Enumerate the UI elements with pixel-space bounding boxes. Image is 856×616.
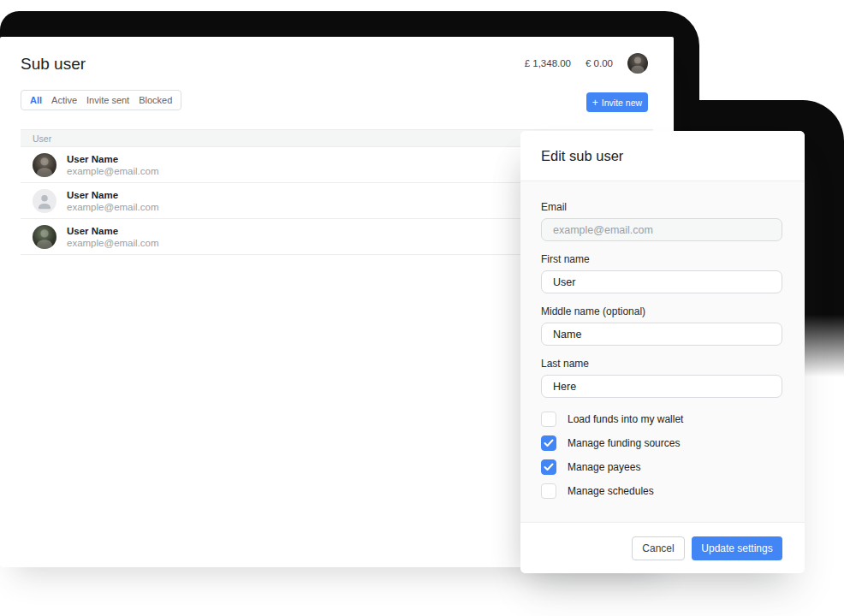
modal-header: Edit sub user (520, 131, 805, 181)
balance-gbp: £ 1,348.00 (525, 58, 571, 68)
person-icon (33, 153, 56, 177)
email-label: Email (541, 201, 784, 213)
first-name-label: First name (541, 253, 784, 265)
user-name: User Name (67, 154, 159, 164)
user-name: User Name (67, 190, 159, 200)
middle-name-label: Middle name (optional) (541, 305, 784, 317)
table-header-user: User (33, 133, 51, 144)
checkbox-load-funds[interactable]: Load funds into my wallet (541, 412, 784, 427)
edit-sub-user-modal: Edit sub user Email First name Middle na… (520, 131, 805, 573)
checkbox-manage-funding-sources[interactable]: Manage funding sources (541, 435, 784, 451)
tab-invite-sent[interactable]: Invite sent (86, 95, 129, 105)
email-field-group: Email (541, 201, 784, 241)
balance-eur: € 0.00 (586, 58, 613, 68)
checkbox-icon[interactable] (541, 412, 556, 427)
person-icon (33, 189, 56, 213)
tab-active[interactable]: Active (51, 95, 77, 105)
user-name: User Name (67, 226, 159, 236)
user-avatar-placeholder (33, 189, 56, 213)
checkbox-label: Load funds into my wallet (568, 413, 683, 425)
page-title: Sub user (21, 55, 86, 74)
screenshot-root: Sub user £ 1,348.00 € 0.00 All Active In… (0, 0, 856, 616)
modal-footer: Cancel Update settings (520, 522, 805, 573)
invite-new-label: Invite new (602, 98, 642, 108)
tab-blocked[interactable]: Blocked (139, 95, 172, 105)
checkbox-label: Manage schedules (568, 485, 654, 497)
person-icon (33, 225, 56, 249)
user-avatar (33, 225, 56, 249)
profile-avatar[interactable] (627, 53, 648, 74)
last-name-field-group: Last name (541, 358, 784, 398)
balance-summary: £ 1,348.00 € 0.00 (525, 53, 648, 74)
checkbox-icon[interactable] (541, 483, 556, 499)
email-field[interactable] (541, 218, 782, 241)
checkbox-label: Manage payees (568, 461, 640, 473)
modal-body: Email First name Middle name (optional) … (520, 181, 805, 522)
plus-icon: + (592, 98, 598, 108)
modal-title: Edit sub user (541, 148, 623, 164)
checkbox-manage-payees[interactable]: Manage payees (541, 459, 784, 475)
user-email: example@email.com (67, 202, 159, 212)
first-name-field-group: First name (541, 253, 784, 293)
tab-all[interactable]: All (30, 95, 42, 105)
last-name-field[interactable] (541, 375, 782, 398)
person-icon (627, 53, 648, 74)
check-icon (544, 439, 554, 447)
check-icon (544, 463, 554, 471)
last-name-label: Last name (541, 358, 784, 370)
permission-checkboxes: Load funds into my wallet Manage funding… (541, 412, 784, 499)
user-email: example@email.com (67, 238, 159, 248)
checkbox-icon[interactable] (541, 459, 556, 475)
checkbox-manage-schedules[interactable]: Manage schedules (541, 483, 784, 499)
checkbox-icon[interactable] (541, 435, 556, 451)
user-email: example@email.com (67, 166, 159, 176)
filter-tabs: All Active Invite sent Blocked (21, 90, 181, 110)
middle-name-field-group: Middle name (optional) (541, 305, 784, 346)
update-settings-button[interactable]: Update settings (692, 536, 782, 560)
checkbox-label: Manage funding sources (568, 437, 680, 449)
user-avatar (33, 153, 56, 177)
first-name-field[interactable] (541, 270, 782, 293)
middle-name-field[interactable] (541, 323, 782, 346)
invite-new-button[interactable]: + Invite new (586, 92, 648, 112)
cancel-button[interactable]: Cancel (632, 536, 685, 560)
